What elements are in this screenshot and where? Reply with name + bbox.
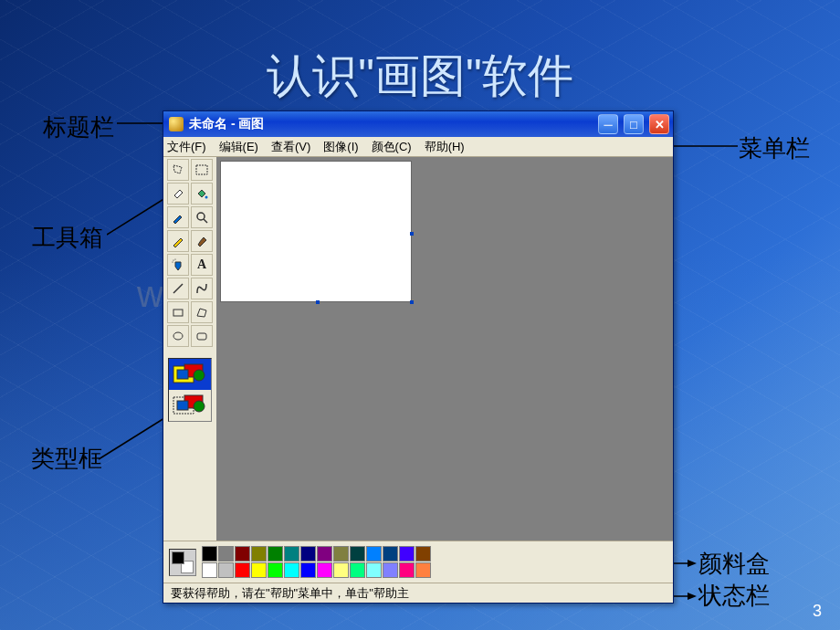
- color-swatch[interactable]: [350, 546, 365, 562]
- tool-text[interactable]: A: [191, 254, 213, 276]
- color-swatch[interactable]: [284, 562, 299, 578]
- color-swatch[interactable]: [268, 546, 283, 562]
- color-swatch[interactable]: [202, 562, 217, 578]
- svg-rect-33: [177, 401, 188, 410]
- color-swatch[interactable]: [300, 546, 316, 562]
- color-swatch[interactable]: [366, 546, 382, 562]
- callout-tool-box: 工具箱: [32, 222, 103, 254]
- foreground-color-swatch: [172, 551, 184, 564]
- svg-point-32: [194, 401, 205, 412]
- svg-point-21: [172, 261, 173, 262]
- svg-rect-29: [177, 370, 188, 379]
- color-swatch[interactable]: [235, 546, 250, 562]
- menu-help[interactable]: 帮助(H): [425, 139, 465, 155]
- canvas[interactable]: [220, 161, 412, 302]
- color-swatch[interactable]: [268, 562, 283, 578]
- app-icon: [169, 117, 184, 131]
- menu-bar: 文件(F) 编辑(E) 查看(V) 图像(I) 颜色(C) 帮助(H): [163, 137, 673, 157]
- color-swatch[interactable]: [415, 562, 431, 578]
- arrow-menu-bar: [674, 143, 738, 149]
- svg-rect-25: [197, 333, 206, 340]
- svg-point-28: [194, 370, 205, 381]
- svg-point-19: [173, 259, 173, 260]
- callout-status-bar: 状态栏: [698, 580, 770, 612]
- color-box: [163, 541, 673, 583]
- color-swatch[interactable]: [399, 562, 415, 578]
- color-swatch[interactable]: [383, 546, 398, 562]
- color-swatch[interactable]: [366, 562, 382, 578]
- svg-rect-15: [196, 165, 207, 174]
- fg-bg-indicator[interactable]: [169, 549, 196, 576]
- tool-picker[interactable]: [167, 206, 189, 228]
- svg-point-20: [174, 258, 175, 259]
- color-swatch[interactable]: [202, 546, 217, 562]
- color-swatch[interactable]: [251, 562, 267, 578]
- color-swatch[interactable]: [333, 546, 349, 562]
- svg-rect-23: [173, 310, 183, 316]
- tool-line[interactable]: [167, 278, 189, 299]
- color-swatch[interactable]: [317, 562, 332, 578]
- type-transparent[interactable]: [169, 390, 211, 421]
- tool-box: A: [163, 157, 216, 541]
- window-title: 未命名 - 画图: [189, 116, 593, 132]
- tool-rounded-rect[interactable]: [191, 325, 213, 347]
- resize-handle-right[interactable]: [410, 232, 414, 236]
- close-button[interactable]: ✕: [649, 114, 669, 134]
- color-swatch[interactable]: [218, 562, 234, 578]
- work-area[interactable]: [216, 157, 673, 541]
- tool-curve[interactable]: [191, 278, 213, 299]
- tool-brush[interactable]: [191, 230, 213, 252]
- color-swatch[interactable]: [350, 562, 365, 578]
- resize-handle-bottom[interactable]: [316, 300, 320, 304]
- type-box: [168, 358, 212, 422]
- color-swatch[interactable]: [235, 562, 250, 578]
- color-swatch[interactable]: [300, 562, 316, 578]
- maximize-button[interactable]: □: [624, 114, 644, 134]
- tool-rect-select[interactable]: [191, 159, 213, 181]
- type-opaque[interactable]: [169, 359, 211, 390]
- callout-color-box: 颜料盒: [698, 548, 770, 580]
- tool-eraser[interactable]: [167, 183, 189, 205]
- status-bar: 要获得帮助，请在"帮助"菜单中，单击"帮助主: [163, 583, 673, 603]
- color-swatch[interactable]: [251, 546, 267, 562]
- tool-airbrush[interactable]: [167, 254, 189, 276]
- svg-point-24: [173, 332, 183, 340]
- callout-title-bar: 标题栏: [43, 111, 114, 143]
- tool-polygon[interactable]: [191, 301, 213, 323]
- color-swatch[interactable]: [415, 546, 431, 562]
- svg-line-22: [173, 284, 183, 293]
- resize-handle-corner[interactable]: [410, 300, 414, 304]
- menu-color[interactable]: 颜色(C): [372, 139, 412, 155]
- svg-line-18: [204, 219, 207, 223]
- workspace: A: [163, 157, 673, 541]
- color-swatch[interactable]: [333, 562, 349, 578]
- menu-view[interactable]: 查看(V): [271, 139, 310, 155]
- tool-ellipse[interactable]: [167, 325, 189, 347]
- slide-title: 认识"画图"软件: [0, 46, 840, 107]
- paint-window: 未命名 - 画图 ─ □ ✕ 文件(F) 编辑(E) 查看(V) 图像(I) 颜…: [163, 110, 674, 604]
- color-swatch[interactable]: [218, 546, 234, 562]
- color-swatch[interactable]: [284, 546, 299, 562]
- color-swatch[interactable]: [383, 562, 398, 578]
- minimize-button[interactable]: ─: [598, 114, 618, 134]
- title-bar[interactable]: 未命名 - 画图 ─ □ ✕: [163, 111, 673, 137]
- tool-fill[interactable]: [191, 183, 213, 205]
- menu-edit[interactable]: 编辑(E): [219, 139, 258, 155]
- svg-marker-14: [688, 593, 697, 600]
- menu-file[interactable]: 文件(F): [167, 139, 206, 155]
- svg-line-9: [99, 414, 172, 459]
- tool-free-select[interactable]: [167, 159, 189, 181]
- tool-magnifier[interactable]: [191, 206, 213, 228]
- color-palette: [202, 546, 431, 578]
- color-swatch[interactable]: [317, 546, 332, 562]
- callout-type-box: 类型框: [31, 443, 102, 475]
- color-swatch[interactable]: [399, 546, 415, 562]
- svg-point-16: [205, 196, 208, 199]
- menu-image[interactable]: 图像(I): [323, 139, 358, 155]
- svg-marker-12: [688, 560, 697, 567]
- callout-menu-bar: 菜单栏: [739, 132, 810, 164]
- svg-point-17: [197, 213, 205, 220]
- page-number: 3: [813, 602, 822, 621]
- tool-pencil[interactable]: [167, 230, 189, 252]
- tool-rectangle[interactable]: [167, 301, 189, 323]
